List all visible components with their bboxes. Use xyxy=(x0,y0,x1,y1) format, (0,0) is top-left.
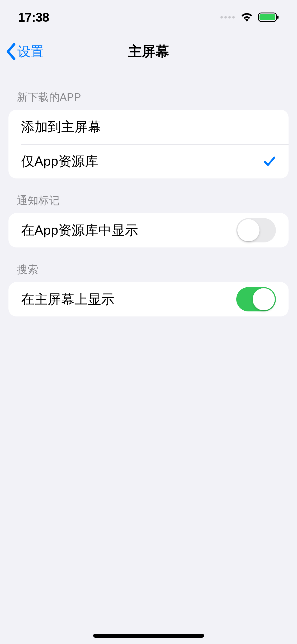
option-add-to-home[interactable]: 添加到主屏幕 xyxy=(8,110,289,144)
option-label: 仅App资源库 xyxy=(21,153,98,170)
toggle-knob xyxy=(237,219,260,241)
option-label: 添加到主屏幕 xyxy=(21,118,101,136)
svg-rect-1 xyxy=(260,14,275,20)
page-title: 主屏幕 xyxy=(0,42,297,61)
search-group: 在主屏幕上显示 xyxy=(8,282,289,316)
status-time: 17:38 xyxy=(18,10,49,25)
cellular-dots-icon xyxy=(220,16,235,19)
section-header-badges: 通知标记 xyxy=(8,178,289,213)
wifi-icon xyxy=(241,12,253,22)
row-label: 在主屏幕上显示 xyxy=(21,291,115,308)
back-button[interactable]: 设置 xyxy=(5,43,44,61)
badges-group: 在App资源库中显示 xyxy=(8,213,289,247)
status-right xyxy=(220,12,279,22)
row-show-on-home: 在主屏幕上显示 xyxy=(8,282,289,316)
battery-icon xyxy=(258,12,279,22)
back-label: 设置 xyxy=(17,43,44,61)
chevron-left-icon xyxy=(5,43,16,61)
nav-bar: 设置 主屏幕 xyxy=(0,34,297,69)
section-header-new-downloads: 新下载的APP xyxy=(8,69,289,110)
svg-rect-2 xyxy=(277,16,279,19)
row-label: 在App资源库中显示 xyxy=(21,222,138,239)
toggle-show-search-on-home[interactable] xyxy=(236,287,276,311)
option-app-library-only[interactable]: 仅App资源库 xyxy=(8,144,289,178)
home-indicator[interactable] xyxy=(93,634,204,638)
status-bar: 17:38 xyxy=(0,0,297,34)
section-header-search: 搜索 xyxy=(8,247,289,282)
checkmark-icon xyxy=(263,155,276,168)
row-show-in-app-library: 在App资源库中显示 xyxy=(8,213,289,247)
toggle-knob xyxy=(253,288,275,310)
new-downloads-group: 添加到主屏幕 仅App资源库 xyxy=(8,110,289,178)
content: 新下载的APP 添加到主屏幕 仅App资源库 通知标记 在App资源库中显示 搜… xyxy=(0,69,297,316)
toggle-app-library-badges[interactable] xyxy=(236,218,276,242)
